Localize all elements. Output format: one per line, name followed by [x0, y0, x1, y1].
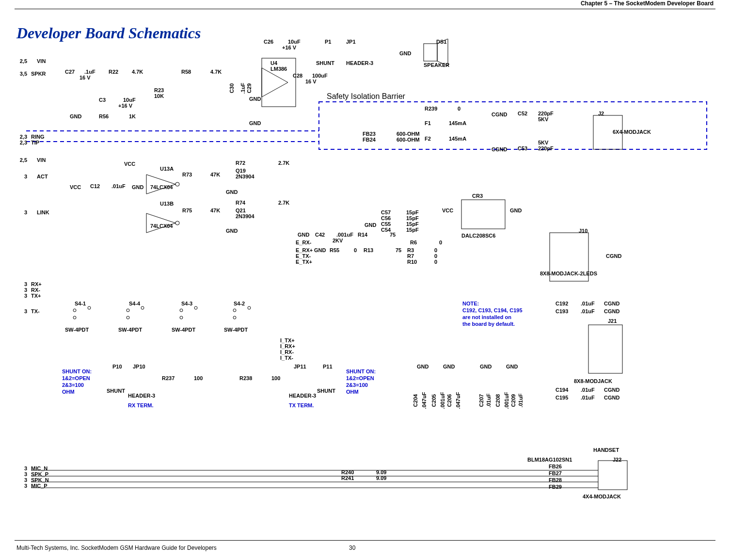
c52v: 220pF [538, 111, 554, 116]
svg-point-24 [180, 316, 183, 319]
svg-point-17 [88, 306, 91, 309]
c57: C57 [381, 209, 391, 215]
p10t: SHUNT [107, 388, 125, 394]
gnd-jp1: GND [399, 50, 411, 56]
shunt-l3: 2&3=100 [62, 382, 84, 388]
footer-page: 30 [349, 544, 355, 551]
cgnd193: CGND [604, 308, 619, 314]
f1: F1 [425, 120, 431, 126]
r7v: 0 [434, 253, 437, 259]
rxp: RX+ [31, 281, 42, 287]
r72: R72 [236, 160, 245, 166]
jp11t: HEADER-3 [289, 393, 316, 399]
txp: TX+ [31, 293, 41, 299]
cgnd194: CGND [604, 387, 619, 393]
c12v: .01uF [111, 183, 126, 189]
gnd-c207: GND [480, 364, 492, 369]
gnd-c209: GND [506, 364, 518, 369]
cgnd195: CGND [604, 395, 619, 400]
chapter-label: Chapter 5 – The SocketModem Developer Bo… [581, 0, 714, 7]
svg-point-19 [127, 309, 129, 312]
c52v2: 5KV [538, 116, 548, 122]
itxm: I_TX- [280, 355, 293, 361]
r238: R238 [239, 375, 252, 381]
c56v: 15pF [406, 215, 419, 221]
fb28: FB28 [549, 477, 562, 483]
f2: F2 [425, 136, 431, 142]
sw1: SW-4PDT [65, 327, 89, 333]
jp10: JP10 [133, 364, 145, 369]
c194: C194 [555, 387, 568, 393]
r240v: 9.09 [376, 469, 386, 475]
c192v: .01uF [581, 301, 595, 306]
vin1: VIN [37, 58, 46, 64]
s41: S4-1 [75, 301, 86, 306]
r75v: 47K [210, 208, 220, 213]
r237: R237 [162, 375, 175, 381]
p1t: SHUNT [316, 60, 334, 66]
c193: C193 [555, 308, 568, 314]
c195v: .01uF [581, 395, 595, 400]
u13a: U13A [160, 166, 174, 172]
note1: NOTE: [462, 301, 479, 306]
q19t: 2N3904 [236, 174, 254, 179]
c42: C42 [315, 232, 325, 238]
r10: R10 [407, 259, 417, 265]
gnd-c30: GND [249, 96, 261, 102]
svg-point-22 [180, 309, 183, 312]
gnd-c206: GND [443, 364, 455, 369]
c28v2: 16 V [305, 79, 317, 84]
u13at: 74LCX04 [150, 184, 173, 190]
svg-point-21 [127, 316, 129, 319]
note3: are not installed on [462, 314, 511, 320]
fb24: FB24 [363, 137, 376, 143]
svg-point-26 [248, 306, 251, 309]
r73: R73 [182, 172, 192, 177]
shunt-r2: 1&2=OPEN [346, 375, 374, 381]
cgnd1: CGND [492, 112, 507, 117]
c28: C28 [293, 73, 302, 79]
r22v: 4.7K [132, 69, 143, 75]
r13v: 75 [396, 247, 401, 253]
c53v: 220pF [538, 145, 554, 151]
txterm: TX TERM. [289, 402, 314, 408]
r14v: 75 [390, 232, 396, 238]
c3v2: +16 V [118, 103, 132, 109]
jp11: JP11 [294, 364, 306, 369]
spkn: SPK_N [31, 477, 49, 483]
j10: J10 [579, 228, 587, 234]
act-ref: 3 [16, 174, 27, 179]
svg-marker-4 [262, 68, 288, 97]
r23: R23 [154, 87, 164, 93]
gnd-c42: GND [298, 232, 309, 238]
c56: C56 [381, 215, 391, 221]
micp-ref: 3 [16, 483, 27, 489]
shunt-r4: OHM [346, 389, 359, 395]
gnd-c204: GND [417, 364, 428, 369]
gnd-q19: GND [226, 189, 238, 195]
c12: C12 [90, 183, 100, 189]
c55v: 15pF [406, 221, 419, 227]
c28v: 100uF [312, 73, 328, 79]
fb27: FB27 [549, 470, 562, 476]
q21t: 2N3904 [236, 213, 254, 219]
r3v: 0 [434, 247, 437, 253]
shunt-r3: 2&3=100 [346, 382, 368, 388]
r73v: 47K [210, 172, 220, 177]
c27v: .1uF [84, 69, 95, 75]
gnd-c29: GND [249, 120, 261, 126]
c57v: 15pF [406, 209, 419, 215]
schematic-area: Safety Isolation Barrier [16, 39, 714, 536]
svg-rect-15 [598, 461, 627, 490]
j21t: 8X8-MODJACK [574, 378, 612, 384]
sw3: SW-4PDT [172, 327, 195, 333]
c208: C208 [495, 394, 501, 407]
r240: R240 [341, 469, 354, 475]
r3: R3 [407, 247, 414, 253]
sw4: SW-4PDT [224, 327, 248, 333]
c3v: 10uF [123, 97, 136, 103]
r55v: 0 [354, 247, 357, 253]
sw2: SW-4PDT [118, 327, 142, 333]
r241v: 9.09 [376, 475, 386, 481]
vin2-ref: 2,5 [16, 157, 27, 163]
